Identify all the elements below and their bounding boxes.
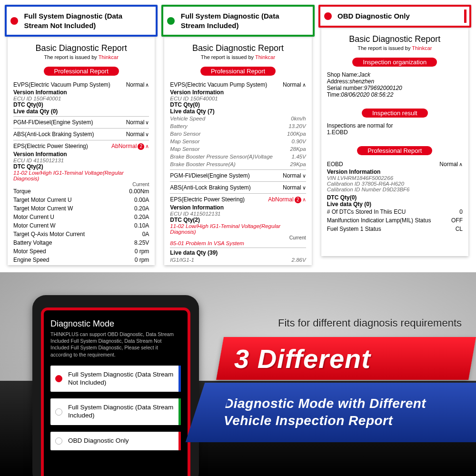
diagnostic-mode-desc: THINKPLUS can support OBD Diagnostic, Da… [50,331,181,358]
mode-option[interactable]: Full System Diagnostic (Data Stream Not … [50,366,181,392]
header-red: OBD Diagnostic Only [318,5,471,28]
report-title: Basic Diagnostic Report [13,43,149,53]
header-label: Full System Diagnostic (Data Stream Not … [24,11,148,30]
red-stripe-icon [464,10,466,23]
data-row: Manlfunction Indicatior Lamp(MIL) Status… [327,216,463,225]
report-col-2: Full System Diagnostic (Data Stream Incl… [161,5,314,272]
data-row: Target Motor Current U0.00A [13,196,149,204]
reports-row: Full System Diagnostic (Data Stream Not … [0,0,476,272]
pill-professional: Professional Report [13,67,149,76]
data-row: Map Sensor0.90V [170,138,306,145]
data-row: Engine Speed (CAN)0 rpm [13,264,149,265]
header-blue: Full System Diagnostic (Data Stream Not … [5,5,158,37]
red-banner: 3 Different [216,337,476,380]
version-info: Version Information [13,89,149,96]
mode-option[interactable]: OBD Diagnostic Only [50,432,181,450]
option-label: Full System Diagnostic (Data Stream Not … [68,371,176,387]
blue-banner: Diagnostic Mode with Different Vehicle I… [209,383,476,442]
report-col-1: Full System Diagnostic (Data Stream Not … [5,5,158,272]
org-line: Address:shenzhen [327,78,463,85]
data-row: Vehicle Speed0km/h [170,115,306,122]
header-green: Full System Diagnostic (Data Stream Incl… [161,5,314,37]
bottom-section: Diagnostic Mode THINKPLUS can support OB… [0,272,476,476]
data-row: Torque0.00Nm [13,187,149,196]
data-row: Target Q-Axis Motor Current0A [13,230,149,238]
data-row: Fuel System 1 StatusCL [327,225,463,233]
header-label: Full System Diagnostic (Data Stream Incl… [181,11,305,30]
diagnostic-mode-title: Diagnostic Mode [50,319,181,329]
data-row: Battery13.20V [170,122,306,130]
data-row: IG1/IG1-12.86V [170,256,306,264]
radio-icon [55,437,62,445]
data-row: # Of DTCs Stored In Thiis ECU0 [327,208,463,216]
color-stripe-icon [178,432,181,450]
mode-option[interactable]: Full System Diagnostic (Data Stream Incl… [50,398,181,425]
data-row: Map Sensor28Kpa [170,145,306,153]
radio-icon [55,408,62,416]
option-label: Full System Diagnostic (Data Stream Incl… [68,404,176,420]
header-label: OBD Diagnostic Only [337,11,410,21]
tagline-text: Fits for different diagnosis requirement… [278,317,462,329]
report-subtitle: The report is issued by Thinkcar [13,54,149,60]
data-row: Target Motor Current W0.20A [13,204,149,213]
org-line: Time:08/06/2020 08:56:22 [327,91,463,98]
org-line: Shop Name:Jack [327,71,463,78]
diagnostic-device: Diagnostic Mode THINKPLUS can support OB… [32,295,199,476]
bullet-icon [10,17,18,25]
data-row: Motor Current W0.10A [13,221,149,230]
data-row: Brake Booster Pressure(A)29Kpa [170,160,306,168]
option-label: OBD Diagnostic Only [68,437,129,445]
org-line: Serial number:979692000120 [327,85,463,91]
bullet-icon [167,17,175,25]
report-col-3: OBD Diagnostic Only Basic Diagnostic Rep… [318,5,471,272]
data-row: Engine Speed0 rpm [13,256,149,264]
color-stripe-icon [178,366,181,392]
data-row: Motor Current U0.20A [13,213,149,221]
data-row: Battery Voltage8.25V [13,238,149,247]
data-row: +B/+B12.83V [170,264,306,265]
bullet-icon [324,12,332,20]
data-row: Motor Speed0 rpm [13,247,149,256]
color-stripe-icon [178,398,181,425]
report-1: Basic Diagnostic Report The report is is… [8,37,155,265]
radio-icon [55,375,62,382]
device-screen: Diagnostic Mode THINKPLUS can support OB… [41,307,190,476]
report-2: Basic Diagnostic Report The report is is… [164,37,311,265]
report-3: Basic Diagnostic Report The report is is… [321,28,468,256]
abnormal-badge-icon: 2 [138,143,144,150]
data-row: Brake Booster Pressure Sensor(A)Voltage1… [170,153,306,160]
data-row: Baro Sensor100Kpa [170,130,306,138]
